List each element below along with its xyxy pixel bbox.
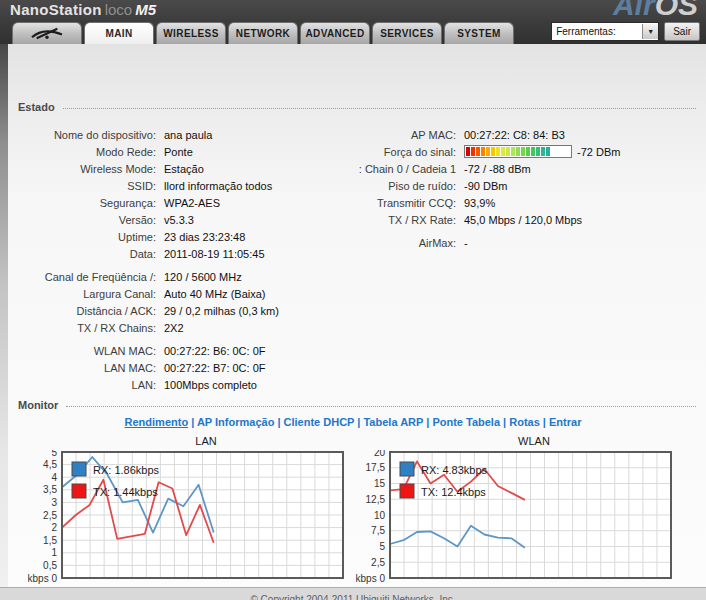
status-label: Modo Rede:	[14, 146, 164, 158]
lan-chart-svg: 0,511,522,533,544,55kbps 0RX: 1.86kbpsTX…	[28, 450, 350, 588]
status-row: Versão:v5.3.3	[14, 211, 344, 228]
status-row: SSID:llord informação todos	[14, 177, 344, 194]
status-label: AirMax:	[336, 237, 464, 249]
link-separator: |	[188, 416, 197, 428]
status-row: Data:2011-08-19 11:05:45	[14, 245, 344, 262]
status-label: SSID:	[14, 180, 164, 192]
status-row: Distância / ACK:29 / 0,2 milhas (0,3 km)	[14, 302, 344, 319]
status-value: llord informação todos	[164, 180, 272, 192]
lan-chart-title: LAN	[28, 435, 350, 450]
status-row: : Chain 0 / Cadeia 1-72 / -88 dBm	[336, 160, 700, 177]
status-value: 2X2	[164, 322, 184, 334]
tab-main[interactable]: MAIN	[84, 22, 154, 44]
signal-bar-cell	[501, 147, 505, 156]
status-value: -90 DBm	[464, 180, 507, 192]
signal-bar-cell-empty	[566, 147, 570, 156]
logout-button[interactable]: Sair	[664, 22, 700, 41]
status-value: 00:27:22: C8: 84: B3	[464, 129, 565, 141]
footer: © Copyright 2004-2011 Ubiquiti Networks,…	[0, 587, 706, 600]
y-axis-origin-label: kbps 0	[356, 573, 385, 584]
tab-advanced[interactable]: ADVANCED	[300, 22, 370, 44]
monitor-link-rotas[interactable]: Rotas	[509, 416, 540, 428]
y-axis-tick-label: 5	[379, 541, 385, 552]
dropdown-arrow-icon[interactable]: ▼	[642, 24, 658, 39]
status-label: : Chain 0 / Cadeia 1	[336, 163, 464, 175]
tx-legend-label: TX: 1.44kbps	[93, 486, 158, 498]
left-edge-gradient	[0, 44, 8, 587]
wlan-chart-svg: 2,557,51012,51517,520kbps 0RX: 4.83kbpsT…	[356, 450, 678, 588]
tab-services[interactable]: SERVICES	[372, 22, 442, 44]
monitor-section-title: Monitor	[18, 399, 58, 411]
status-value: 120 / 5600 MHz	[164, 271, 242, 283]
signal-bar-cell	[491, 147, 495, 156]
signal-bar-cell	[486, 147, 490, 156]
status-column-left: Nome do dispositivo:ana paulaModo Rede:P…	[14, 126, 344, 393]
link-separator: |	[500, 416, 509, 428]
signal-bar-cell	[536, 147, 540, 156]
status-label: Uptime:	[14, 231, 164, 243]
status-label: Data:	[14, 248, 164, 260]
status-label: Versão:	[14, 214, 164, 226]
header: NanoStationlocoM5 AirOS MAINWIRELESSNETW…	[0, 0, 706, 44]
y-axis-tick-label: 3,5	[43, 484, 57, 495]
rx-legend-label: RX: 1.86kbps	[93, 464, 160, 476]
y-axis-tick-label: 4,5	[43, 459, 57, 470]
monitor-link-tabela-arp[interactable]: Tabela ARP	[363, 416, 423, 428]
tab-system[interactable]: SYSTEM	[444, 22, 514, 44]
status-label: Piso de ruído:	[336, 180, 464, 192]
tab-logo[interactable]	[12, 22, 82, 44]
status-label: TX / RX Rate:	[336, 214, 464, 226]
status-value: WPA2-AES	[164, 197, 220, 209]
brand-model: M5	[135, 1, 156, 18]
signal-bar-cell	[511, 147, 515, 156]
status-value: Estação	[164, 163, 204, 175]
status-row: AirMax:-	[336, 234, 700, 251]
status-row: Transmitir CCQ:93,9%	[336, 194, 700, 211]
y-axis-tick-label: 1	[51, 547, 57, 558]
monitor-link-cliente-dhcp[interactable]: Cliente DHCP	[284, 416, 355, 428]
status-row: Wireless Mode:Estação	[14, 160, 344, 177]
y-axis-tick-label: 20	[374, 450, 386, 458]
section-divider	[63, 108, 696, 109]
status-row: Largura Canal:Auto 40 MHz (Baixa)	[14, 285, 344, 302]
rx-legend-swatch	[400, 462, 414, 476]
monitor-link-entrar[interactable]: Entrar	[549, 416, 581, 428]
signal-bar-cell	[481, 147, 485, 156]
status-row: Canal de Freqüência /:120 / 5600 MHz	[14, 268, 344, 285]
monitor-section-header: Monitor	[18, 398, 696, 411]
status-row: Piso de ruído:-90 DBm	[336, 177, 700, 194]
status-row: TX / RX Chains:2X2	[14, 319, 344, 336]
status-section-header: Estado	[18, 100, 696, 113]
status-label: Canal de Freqüência /:	[14, 271, 164, 283]
y-axis-tick-label: 1,5	[43, 535, 57, 546]
link-separator: |	[274, 416, 283, 428]
tab-network[interactable]: NETWORK	[228, 22, 298, 44]
signal-bar-cell	[471, 147, 475, 156]
monitor-link-rendimento[interactable]: Rendimento	[125, 416, 189, 428]
tab-wireless[interactable]: WIRELESS	[156, 22, 226, 44]
lan-chart: LAN 0,511,522,533,544,55kbps 0RX: 1.86kb…	[28, 435, 350, 588]
monitor-link-ap-informação[interactable]: AP Informação	[197, 416, 274, 428]
y-axis-tick-label: 3	[51, 497, 57, 508]
status-value: v5.3.3	[164, 214, 194, 226]
signal-strength-value: -72 DBm	[577, 146, 620, 158]
tx-legend-swatch	[72, 484, 86, 498]
status-row: TX / RX Rate:45,0 Mbps / 120,0 Mbps	[336, 211, 700, 228]
signal-bar-cell-empty	[556, 147, 560, 156]
monitor-links: Rendimento | AP Informação | Cliente DHC…	[0, 416, 706, 428]
y-axis-tick-label: 4	[51, 472, 57, 483]
y-axis-tick-label: 12,5	[366, 494, 386, 505]
status-row: Segurança:WPA2-AES	[14, 194, 344, 211]
status-row: LAN:100Mbps completo	[14, 376, 344, 393]
status-label: TX / RX Chains:	[14, 322, 164, 334]
monitor-link-ponte-tabela[interactable]: Ponte Tabela	[432, 416, 500, 428]
tools-dropdown[interactable]: Ferramentas: ▼	[551, 22, 659, 41]
status-label: Largura Canal:	[14, 288, 164, 300]
status-label: AP MAC:	[336, 129, 464, 141]
y-axis-tick-label: 10	[374, 510, 386, 521]
status-value: 00:27:22: B6: 0C: 0F	[164, 345, 266, 357]
status-value: Ponte	[164, 146, 193, 158]
airos-logo-os: OS	[655, 0, 698, 21]
wlan-chart-title: WLAN	[356, 435, 678, 450]
y-axis-origin-label: kbps 0	[28, 573, 57, 584]
